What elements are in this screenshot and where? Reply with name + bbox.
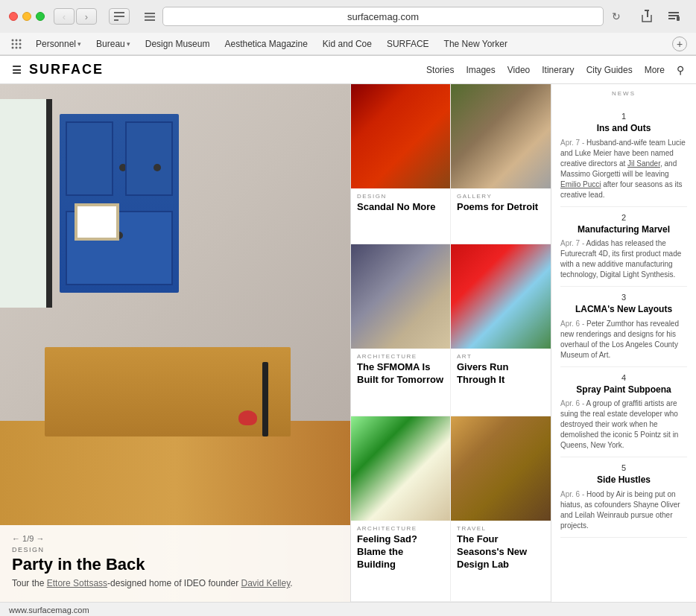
bookmark-surface[interactable]: SURFACE <box>381 37 435 51</box>
bookmark-kid-and-coe[interactable]: Kid and Coe <box>317 37 378 51</box>
svg-rect-3 <box>145 13 155 14</box>
grid-image-4 <box>451 244 551 349</box>
grid-item-4[interactable]: ART Givers Run Through It <box>451 244 551 417</box>
news-title-1[interactable]: Ins and Outs <box>560 123 687 135</box>
news-item-5[interactable]: 5 Side Hustles Apr. 6 - Hood by Air is b… <box>560 457 687 538</box>
bird-figure <box>238 410 257 425</box>
minimize-button[interactable] <box>22 12 31 21</box>
bookmarks-bar: Personnel ▾ Bureau ▾ Design Museum Aesth… <box>0 33 696 55</box>
nav-city-guides[interactable]: City Guides <box>586 65 633 75</box>
grid-item-2[interactable]: GALLERY Poems for Detroit <box>451 84 551 244</box>
reading-list-button[interactable] <box>663 8 684 25</box>
svg-point-12 <box>12 39 14 41</box>
news-title-2[interactable]: Manufacturing Marvel <box>560 224 687 236</box>
site-logo[interactable]: ☰ SURFACE <box>12 62 104 77</box>
title-bar: ‹ › surfacemag.com ↻ <box>0 0 696 33</box>
grid-category-4: ART <box>457 353 545 360</box>
forward-button[interactable]: › <box>76 8 97 25</box>
wall-frame <box>75 203 119 241</box>
grid-title-5[interactable]: Feeling Sad? Blame the Building <box>357 533 444 571</box>
bookmark-aesthetica[interactable]: Aesthetica Magazine <box>218 37 313 51</box>
news-date-4: Apr. 6 - <box>560 399 584 407</box>
news-sidebar: NEWS 1 Ins and Outs Apr. 7 - Husband-and… <box>551 84 696 602</box>
grid-title-2[interactable]: Poems for Detroit <box>457 201 545 214</box>
nav-buttons: ‹ › <box>54 8 97 25</box>
traffic-lights <box>9 12 45 21</box>
hero-image <box>0 84 350 602</box>
grid-title-3[interactable]: The SFMOMA Is Built for Tomorrow <box>357 361 444 387</box>
sidebar-toggle-button[interactable] <box>109 8 130 25</box>
url-bar[interactable]: surfacemag.com <box>162 7 604 26</box>
refresh-button[interactable]: ↻ <box>608 8 624 25</box>
grid-category-3: ARCHITECTURE <box>357 353 444 360</box>
cabinet-knob <box>154 164 161 171</box>
share-button[interactable] <box>636 8 657 25</box>
bookmark-new-yorker[interactable]: The New Yorker <box>438 37 513 51</box>
hero-category: DESIGN <box>12 546 338 553</box>
news-item-4[interactable]: 4 Spray Paint Subpoena Apr. 6 - A group … <box>560 367 687 458</box>
grid-info-2: GALLERY Poems for Detroit <box>451 188 551 221</box>
cabinet-door-right <box>125 121 173 196</box>
browser-chrome: ‹ › surfacemag.com ↻ <box>0 0 696 56</box>
grid-title-1[interactable]: Scandal No More <box>357 201 444 214</box>
bookmark-design-museum[interactable]: Design Museum <box>139 37 216 51</box>
apps-icon[interactable] <box>9 36 24 51</box>
hero-section[interactable]: ← 1/9 → DESIGN Party in the Back Tour th… <box>0 84 350 602</box>
news-title-5[interactable]: Side Hustles <box>560 474 687 486</box>
hero-link-david[interactable]: David Kelley <box>241 578 291 588</box>
hero-link-ettore[interactable]: Ettore Sottsass <box>47 578 107 588</box>
bookmark-bureau[interactable]: Bureau ▾ <box>90 37 136 51</box>
site-content: ☰ SURFACE Stories Images Video Itinerary… <box>0 56 696 602</box>
hamburger-menu-icon[interactable]: ☰ <box>12 64 23 76</box>
umbrella <box>262 362 268 436</box>
maximize-button[interactable] <box>36 12 45 21</box>
grid-category-6: TRAVEL <box>457 525 545 532</box>
nav-images[interactable]: Images <box>466 65 495 75</box>
news-item-2[interactable]: 2 Manufacturing Marvel Apr. 7 - Adidas h… <box>560 207 687 288</box>
add-bookmark-button[interactable]: + <box>672 36 687 51</box>
grid-item-1[interactable]: DESIGN Scandal No More <box>351 84 451 244</box>
hero-pagination[interactable]: ← 1/9 → <box>12 534 338 543</box>
news-title-3[interactable]: LACMA's New Layouts <box>560 304 687 316</box>
logo-text: SURFACE <box>29 62 104 77</box>
grid-item-6[interactable]: TRAVEL The Four Seasons's New Design Lab <box>451 416 551 602</box>
grid-category-2: GALLERY <box>457 193 545 200</box>
grid-info-4: ART Givers Run Through It <box>451 349 551 394</box>
search-icon[interactable]: ⚲ <box>677 64 684 76</box>
grid-title-6[interactable]: The Four Seasons's New Design Lab <box>457 533 545 571</box>
grid-item-5[interactable]: ARCHITECTURE Feeling Sad? Blame the Buil… <box>351 416 451 602</box>
news-item-1[interactable]: 1 Ins and Outs Apr. 7 - Husband-and-wife… <box>560 106 687 207</box>
chevron-down-icon: ▾ <box>77 40 81 48</box>
chevron-down-icon: ▾ <box>127 40 130 48</box>
nav-more[interactable]: More <box>645 65 665 75</box>
svg-rect-5 <box>145 19 155 21</box>
svg-point-13 <box>16 39 18 41</box>
page: ☰ SURFACE Stories Images Video Itinerary… <box>0 56 696 616</box>
news-link-jil[interactable]: Jil Sander <box>627 159 660 168</box>
news-title-4[interactable]: Spray Paint Subpoena <box>560 384 687 396</box>
cabinet-door-left <box>66 121 113 196</box>
grid-image-3 <box>351 244 450 349</box>
news-item-3[interactable]: 3 LACMA's New Layouts Apr. 6 - Peter Zum… <box>560 287 687 367</box>
status-bar: www.surfacemag.com <box>0 602 696 616</box>
news-link-emilio[interactable]: Emilio Pucci <box>560 180 601 188</box>
grid-category-1: DESIGN <box>357 193 444 200</box>
nav-itinerary[interactable]: Itinerary <box>542 65 574 75</box>
site-header: ☰ SURFACE Stories Images Video Itinerary… <box>0 56 696 84</box>
back-button[interactable]: ‹ <box>54 8 75 25</box>
svg-rect-7 <box>647 10 648 17</box>
grid-info-5: ARCHITECTURE Feeling Sad? Blame the Buil… <box>351 521 450 579</box>
grid-item-3[interactable]: ARCHITECTURE The SFMOMA Is Built for Tom… <box>351 244 451 417</box>
news-number-1: 1 <box>560 112 687 121</box>
nav-video[interactable]: Video <box>507 65 530 75</box>
nav-stories[interactable]: Stories <box>426 65 454 75</box>
address-bar-container: surfacemag.com ↻ <box>142 7 624 26</box>
hero-title[interactable]: Party in the Back <box>12 555 338 574</box>
news-text-2: Apr. 7 - Adidas has released the Futurec… <box>560 238 687 280</box>
article-grid: DESIGN Scandal No More GALLERY Poems for… <box>350 84 551 602</box>
bookmark-personnel[interactable]: Personnel ▾ <box>30 37 87 51</box>
grid-title-4[interactable]: Givers Run Through It <box>457 361 545 387</box>
tab-overview-icon[interactable] <box>142 8 158 25</box>
close-button[interactable] <box>9 12 18 21</box>
svg-rect-10 <box>668 18 675 19</box>
